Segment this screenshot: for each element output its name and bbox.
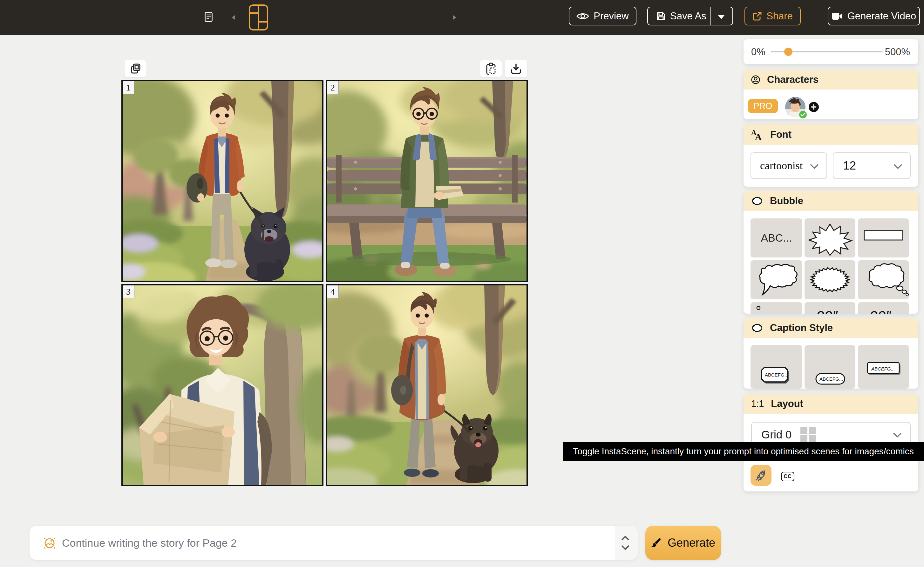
svg-text:22″: 22″ (869, 308, 891, 314)
svg-text:ABCEFG...: ABCEFG... (871, 366, 895, 372)
svg-text:ABCEFG...: ABCEFG... (819, 376, 843, 382)
svg-text:22″: 22″ (816, 308, 838, 314)
svg-text:ABCEFG...: ABCEFG... (765, 372, 788, 378)
svg-text:A: A (755, 132, 761, 141)
